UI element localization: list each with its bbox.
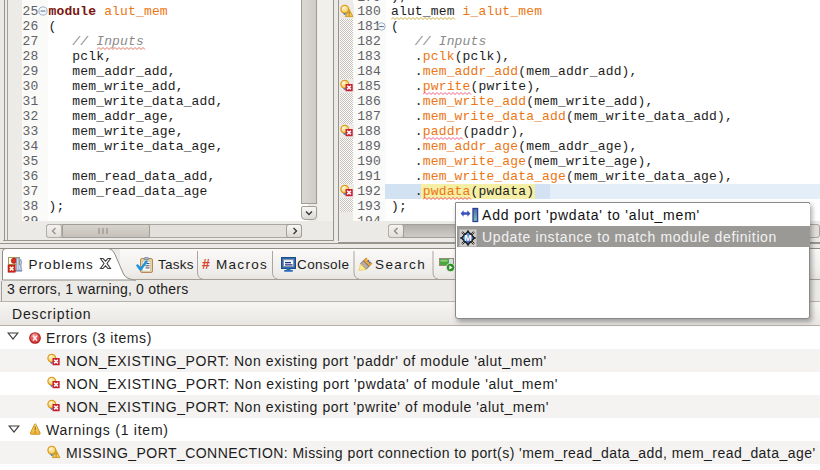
svg-text:#: # <box>202 256 210 272</box>
svg-text:M: M <box>464 233 472 243</box>
